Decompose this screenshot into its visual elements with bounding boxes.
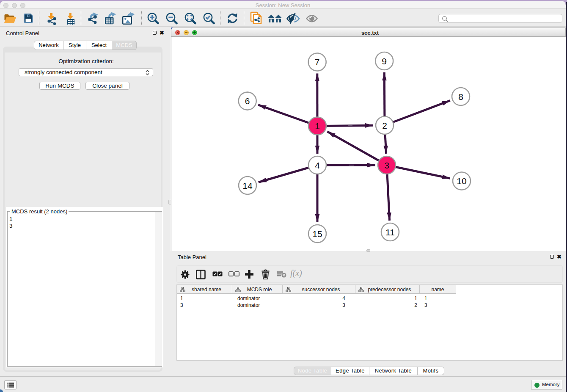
svg-text:3: 3 (384, 160, 389, 170)
svg-text:10: 10 (457, 176, 466, 186)
svg-text:2: 2 (382, 121, 387, 130)
svg-text:8: 8 (458, 92, 463, 102)
svg-text:11: 11 (385, 227, 395, 237)
svg-text:15: 15 (312, 229, 322, 239)
svg-text:1: 1 (315, 121, 320, 131)
svg-text:7: 7 (315, 57, 320, 67)
svg-text:6: 6 (245, 96, 250, 106)
svg-text:4: 4 (315, 160, 320, 170)
svg-text:14: 14 (242, 181, 253, 190)
svg-text:9: 9 (382, 56, 387, 66)
